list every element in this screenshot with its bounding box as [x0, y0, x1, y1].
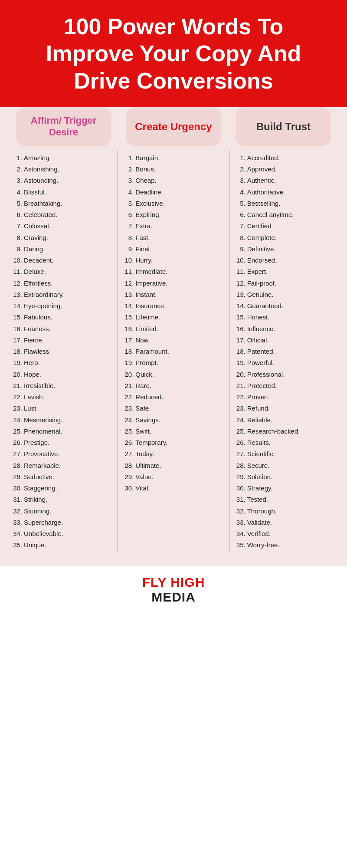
list-item: 1.Amazing. [11, 152, 113, 164]
list-item: 2.Bonus. [122, 164, 224, 175]
columns-content: 1.Amazing.2.Astonishing.3.Astounding.4.B… [4, 146, 343, 558]
list-item: 24.Mesmerising. [11, 414, 113, 426]
col-trust: 1.Accredited.2.Approved.3.Authentic.4.Au… [230, 150, 340, 553]
column-headers: Affirm/ Trigger Desire Create Urgency Bu… [4, 107, 343, 146]
list-item: 29.Seductive. [11, 471, 113, 483]
list-item: 32.Thorough. [234, 506, 336, 517]
list-item: 7.Extra. [122, 220, 224, 232]
footer: FLY HIGH MEDIA [0, 566, 347, 618]
col-header-affirm: Affirm/ Trigger Desire [16, 107, 111, 146]
list-item: 2.Astonishing. [11, 164, 113, 175]
list-item: 4.Authoritative. [234, 187, 336, 198]
list-item: 8.Craving. [11, 232, 113, 243]
list-item: 14.Guaranteed. [234, 300, 336, 312]
list-item: 6.Celebrated. [11, 209, 113, 220]
list-item: 16.Fearless. [11, 323, 113, 335]
list-item: 6.Expiring. [122, 209, 224, 220]
list-item: 13.Instant. [122, 289, 224, 300]
list-item: 22.Reduced. [122, 391, 224, 403]
list-item: 18.Flawless. [11, 346, 113, 357]
list-item: 10.Endorsed. [234, 255, 336, 266]
list-item: 27.Provocative. [11, 448, 113, 460]
list-item: 35.Worry-free. [234, 539, 336, 551]
list-item: 13.Genuine. [234, 289, 336, 300]
col-urgency: 1.Bargain.2.Bonus.3.Cheap.4.Deadline.5.E… [118, 150, 229, 553]
list-item: 27.Today. [122, 448, 224, 460]
list-item: 26.Prestige. [11, 437, 113, 448]
list-item: 30.Vital. [122, 483, 224, 494]
list-item: 12.Imperative. [122, 278, 224, 289]
list-item: 12.Fail-proof. [234, 278, 336, 289]
list-item: 20.Quick. [122, 369, 224, 380]
list-item: 30.Strategy. [234, 483, 336, 494]
list-item: 23.Safe. [122, 403, 224, 414]
list-item: 3.Astounding. [11, 175, 113, 186]
list-item: 22.Proven. [234, 391, 336, 403]
list-item: 2.Approved. [234, 164, 336, 175]
list-item: 29.Solution. [234, 471, 336, 483]
list-item: 18.Paramount. [122, 346, 224, 357]
list-item: 25.Swift. [122, 426, 224, 437]
list-item: 23.Refund. [234, 403, 336, 414]
list-item: 17.Fierce. [11, 335, 113, 346]
list-item: 28.Ultimate. [122, 460, 224, 471]
list-item: 10.Hurry. [122, 255, 224, 266]
list-item: 9.Definitive. [234, 243, 336, 255]
list-item: 26.Results. [234, 437, 336, 448]
list-item: 17.Official. [234, 335, 336, 346]
col-header-urgency: Create Urgency [126, 107, 221, 146]
list-item: 14.Insurance. [122, 300, 224, 312]
list-item: 33.Validate. [234, 517, 336, 528]
list-item: 27.Scientific. [234, 448, 336, 460]
list-item: 25.Research-backed. [234, 426, 336, 437]
list-item: 4.Blissful. [11, 187, 113, 198]
list-item: 19.Powerful. [234, 357, 336, 368]
header: 100 Power Words To Improve Your Copy And… [0, 0, 347, 116]
list-item: 8.Complete. [234, 232, 336, 243]
col-header-trust: Build Trust [236, 107, 331, 146]
list-item: 4.Deadline. [122, 187, 224, 198]
list-item: 15.Lifetime. [122, 312, 224, 323]
page-title: 100 Power Words To Improve Your Copy And… [17, 13, 330, 94]
list-item: 23.Lust. [11, 403, 113, 414]
list-item: 25.Phenomenal. [11, 426, 113, 437]
list-item: 29.Value. [122, 471, 224, 483]
list-item: 11.Expert. [234, 266, 336, 277]
list-item: 31.Striking. [11, 494, 113, 505]
list-item: 5.Exclusive. [122, 198, 224, 209]
list-item: 20.Professional. [234, 369, 336, 380]
list-item: 7.Certified. [234, 220, 336, 232]
col-affirm: 1.Amazing.2.Astonishing.3.Astounding.4.B… [7, 150, 118, 553]
list-item: 11.Immediate. [122, 266, 224, 277]
list-item: 5.Bestselling. [234, 198, 336, 209]
list-item: 24.Reliable. [234, 414, 336, 426]
list-item: 3.Cheap. [122, 175, 224, 186]
list-item: 16.Influence. [234, 323, 336, 335]
list-item: 22.Lavish. [11, 391, 113, 403]
footer-line2: MEDIA [0, 590, 347, 605]
list-item: 17.Now. [122, 335, 224, 346]
list-item: 9.Daring. [11, 243, 113, 255]
list-item: 31.Tested. [234, 494, 336, 505]
list-item: 33.Supercharge. [11, 517, 113, 528]
list-item: 7.Colossal. [11, 220, 113, 232]
list-item: 10.Decadent. [11, 255, 113, 266]
list-item: 21.Protected. [234, 380, 336, 391]
columns-wrapper: Affirm/ Trigger Desire Create Urgency Bu… [0, 107, 347, 566]
list-item: 15.Honest. [234, 312, 336, 323]
list-item: 32.Stunning. [11, 506, 113, 517]
list-item: 21.Rare. [122, 380, 224, 391]
list-item: 12.Effortless. [11, 278, 113, 289]
list-item: 5.Breathtaking. [11, 198, 113, 209]
list-item: 21.Irresistible. [11, 380, 113, 391]
list-item: 20.Hope. [11, 369, 113, 380]
list-item: 1.Bargain. [122, 152, 224, 164]
list-item: 15.Fabulous. [11, 312, 113, 323]
list-item: 6.Cancel anytime. [234, 209, 336, 220]
list-item: 34.Unbelievable. [11, 528, 113, 539]
list-item: 18.Patented. [234, 346, 336, 357]
list-item: 11.Deluxe. [11, 266, 113, 277]
list-item: 24.Savings. [122, 414, 224, 426]
list-item: 3.Authentic. [234, 175, 336, 186]
list-item: 9.Final. [122, 243, 224, 255]
